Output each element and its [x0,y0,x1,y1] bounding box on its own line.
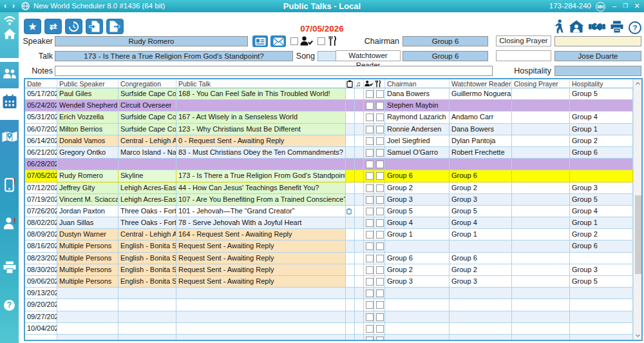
checkbox[interactable] [376,301,384,309]
cell-talk[interactable] [176,159,346,170]
cell-date[interactable]: 10/04/2026 [25,323,57,335]
chairman-field[interactable]: Group 6 [402,36,488,46]
cell-confirmed[interactable] [364,229,374,240]
cell-confirmed[interactable] [364,147,374,159]
checkbox[interactable] [366,161,374,168]
col-header-talk[interactable]: Public Talk [176,79,346,88]
checkbox[interactable] [366,266,374,274]
cell-hospitality[interactable]: Group 4 [570,112,633,123]
cell-speaker[interactable]: Dustyn Warner [57,229,118,240]
cell-song[interactable] [355,182,364,194]
cell-closing[interactable] [512,240,570,252]
cell-congregation[interactable] [118,335,176,340]
cell-reader[interactable] [450,288,512,299]
extra-role-selector[interactable] [496,50,551,61]
cell-chairman[interactable]: Group 6 [385,253,450,264]
cell-confirmed[interactable] [364,182,374,194]
cell-song[interactable] [355,159,364,170]
cell-confirmed[interactable] [364,112,374,123]
col-header-chairman[interactable]: Chairman [385,79,450,88]
table-row[interactable]: 06/07/2026Milton BerriosSurfside Cape Co… [25,124,633,135]
cell-congregation[interactable] [118,311,176,323]
confirmed-checkbox[interactable] [290,37,298,45]
checkbox[interactable] [366,219,374,227]
cell-closing[interactable] [512,170,570,182]
cell-speaker[interactable]: Multiple Persons [57,240,118,252]
checkbox[interactable] [376,242,384,250]
cell-hospitality-check[interactable] [374,135,385,147]
cell-confirmed[interactable] [364,135,374,147]
cell-hospitality-check[interactable] [374,170,385,182]
col-header-reader[interactable]: Watchtower Reader [450,79,512,88]
cell-date[interactable]: 08/30/2026 [25,264,57,276]
table-row[interactable]: 08/16/2026Multiple PersonsEnglish - Boni… [25,240,633,252]
cell-date[interactable]: 09/20/2026 [25,299,57,311]
table-row[interactable]: 06/28/2026 [25,159,633,170]
checkbox[interactable] [376,219,384,227]
talk-field[interactable]: 173 - Is There a True Religion From God'… [55,51,293,61]
cell-hospitality[interactable]: Group 5 [570,88,633,100]
cell-closing[interactable] [512,217,570,229]
cell-talk[interactable] [176,299,346,311]
cell-hospitality[interactable]: Group 3 [570,264,633,276]
cell-hospitality-check[interactable] [374,159,385,170]
cell-hospitality-check[interactable] [374,100,385,112]
cell-note[interactable] [346,240,355,252]
cell-congregation[interactable]: Skyline [118,170,176,182]
checkbox[interactable] [376,255,384,262]
checkbox[interactable] [376,266,384,274]
cell-chairman[interactable]: Dana Bowers [385,88,450,100]
help-action-icon[interactable]: ? [629,21,641,34]
cell-closing[interactable] [512,276,570,288]
cell-confirmed[interactable] [364,170,374,182]
cell-hospitality-check[interactable] [374,182,385,194]
calendar-icon[interactable] [0,94,19,110]
cell-hospitality[interactable]: Group 1 [570,124,633,135]
notes-field[interactable] [55,66,493,76]
cell-note[interactable] [346,194,355,206]
cell-closing[interactable] [512,264,570,276]
cell-hospitality[interactable]: Group 3 [570,182,633,194]
cell-talk[interactable]: 173 - Is There a True Religion From God'… [176,170,346,182]
cell-date[interactable]: 08/09/2026 [25,229,57,240]
cell-reader[interactable]: Dana Bowers [450,124,512,135]
closing-prayer-label[interactable]: Closing Prayer [496,35,551,46]
cell-note[interactable] [346,88,355,100]
cell-song[interactable] [355,335,364,340]
table-row[interactable]: 07/12/2026Jeffrey GityLehigh Acres-East4… [25,182,633,194]
cell-hospitality[interactable]: Group 2 [570,229,633,240]
cell-hospitality[interactable]: Group 6 [570,147,633,159]
cell-confirmed[interactable] [364,299,374,311]
cell-chairman[interactable]: Group 6 [385,170,450,182]
cell-congregation[interactable]: English - Bonita Springs [118,253,176,264]
checkbox[interactable] [366,231,374,239]
checkbox[interactable] [376,113,384,121]
cell-chairman[interactable] [385,335,450,340]
checkbox[interactable] [376,161,384,168]
cell-note[interactable] [346,229,355,240]
cell-congregation[interactable] [118,323,176,335]
cell-note[interactable] [346,288,355,299]
cell-hospitality-check[interactable] [374,288,385,299]
cell-talk[interactable] [176,335,346,340]
cell-congregation[interactable]: Three Oaks - Fort Myers [118,217,176,229]
cell-reader[interactable]: Group 2 [450,182,512,194]
cell-congregation[interactable] [118,299,176,311]
cell-congregation[interactable] [118,288,176,299]
cell-hospitality[interactable] [570,335,633,340]
cell-congregation[interactable]: Surfside Cape Coral [118,88,176,100]
cell-song[interactable] [355,276,364,288]
cell-closing[interactable] [512,88,570,100]
cell-confirmed[interactable] [364,159,374,170]
cell-hospitality[interactable]: Group 5 [570,276,633,288]
checkbox[interactable] [366,113,374,121]
cell-hospitality[interactable]: Group 2 [570,135,633,147]
home-person-icon[interactable] [569,20,584,35]
checkbox[interactable] [376,337,384,340]
cell-date[interactable]: 07/12/2026 [25,182,57,194]
table-row[interactable]: 05/17/2026Paul GilesSurfside Cape Coral1… [25,88,633,100]
table-row[interactable]: 09/20/2026 [25,299,633,311]
cell-closing[interactable] [512,288,570,299]
cell-hospitality-check[interactable] [374,299,385,311]
cell-reader[interactable] [450,159,512,170]
